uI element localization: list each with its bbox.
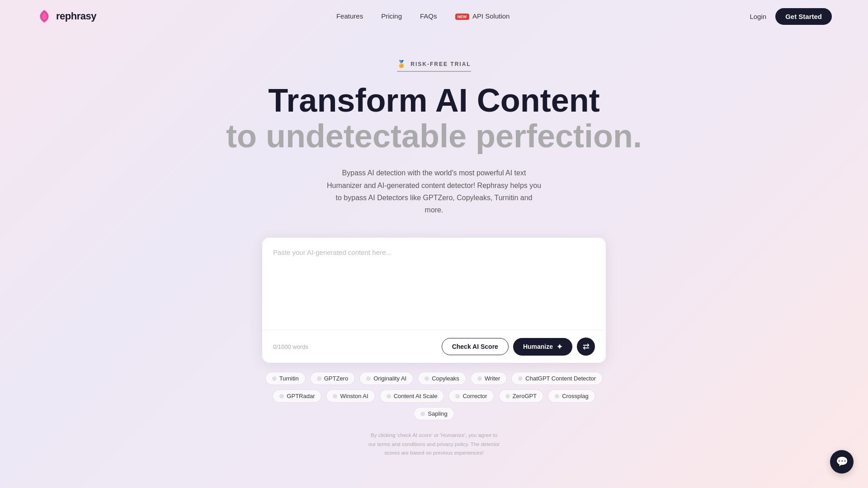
detector-chip[interactable]: Writer [471,372,507,385]
navbar: rephrasy Features Pricing FAQs NEW API S… [0,0,868,33]
detector-chip[interactable]: Turnitin [265,372,306,385]
settings-button[interactable]: ⇄ [577,338,595,356]
content-input[interactable] [262,238,606,328]
card-footer: 0/1000 words Check AI Score Humanize ✦ ⇄ [262,330,606,363]
chip-dot [366,376,371,381]
chip-dot [279,394,284,399]
humanize-button[interactable]: Humanize ✦ [513,338,572,356]
input-card: 0/1000 words Check AI Score Humanize ✦ ⇄ [262,238,606,363]
chat-bubble[interactable]: 💬 [830,450,854,474]
disclaimer: By clicking 'check AI score' or 'Humaniz… [9,431,859,458]
get-started-button[interactable]: Get Started [775,8,832,25]
detector-chip[interactable]: Winston AI [326,389,375,403]
detector-chip[interactable]: Content At Scale [380,389,444,403]
detector-chip[interactable]: GPTRadar [273,389,321,403]
detector-chip[interactable]: Originality AI [359,372,413,385]
chip-dot [333,394,337,399]
risk-free-badge: 🏅 RISK-FREE TRIAL [397,60,471,72]
footer-buttons: Check AI Score Humanize ✦ ⇄ [442,338,595,356]
chip-dot [477,376,482,381]
detector-chip[interactable]: Crossplag [548,389,595,403]
new-badge: NEW [455,14,469,20]
detector-chips: TurnitinGPTZeroOriginality AICopyleaksWr… [262,372,606,420]
detector-chip[interactable]: ZeroGPT [499,389,543,403]
chip-dot [555,394,559,399]
detector-chip[interactable]: ChatGPT Content Detector [511,372,603,385]
word-count: 0/1000 words [273,343,308,350]
settings-icon: ⇄ [583,342,590,352]
hero-description: Bypass AI detection with the world's mos… [326,167,542,216]
chip-dot [505,394,510,399]
nav-links: Features Pricing FAQs NEW API Solution [336,12,509,20]
nav-right: Login Get Started [750,8,832,25]
nav-item-pricing[interactable]: Pricing [381,12,402,20]
logo-icon [36,8,52,24]
detector-chip[interactable]: Corrector [448,389,494,403]
hero-title-sub: to undetectable perfection. [9,118,859,154]
detector-chip[interactable]: Sapling [414,407,454,420]
check-ai-button[interactable]: Check AI Score [442,338,509,355]
badge-icon: 🏅 [397,60,407,68]
chat-icon: 💬 [836,456,848,468]
logo[interactable]: rephrasy [36,8,96,24]
hero-title-main: Transform AI Content [9,83,859,118]
chip-dot [425,376,429,381]
chip-dot [317,376,321,381]
nav-item-faqs[interactable]: FAQs [420,12,437,20]
chip-dot [518,376,523,381]
chip-dot [387,394,391,399]
nav-item-features[interactable]: Features [336,12,363,20]
logo-text: rephrasy [56,10,96,22]
chip-dot [272,376,277,381]
login-button[interactable]: Login [750,13,766,20]
detector-chip[interactable]: GPTZero [310,372,355,385]
hero-section: 🏅 RISK-FREE TRIAL Transform AI Content t… [0,33,868,476]
chip-dot [455,394,460,399]
chip-dot [420,412,425,416]
nav-item-api[interactable]: NEW API Solution [455,12,510,20]
detector-chip[interactable]: Copyleaks [418,372,466,385]
humanize-icon: ✦ [557,343,562,351]
